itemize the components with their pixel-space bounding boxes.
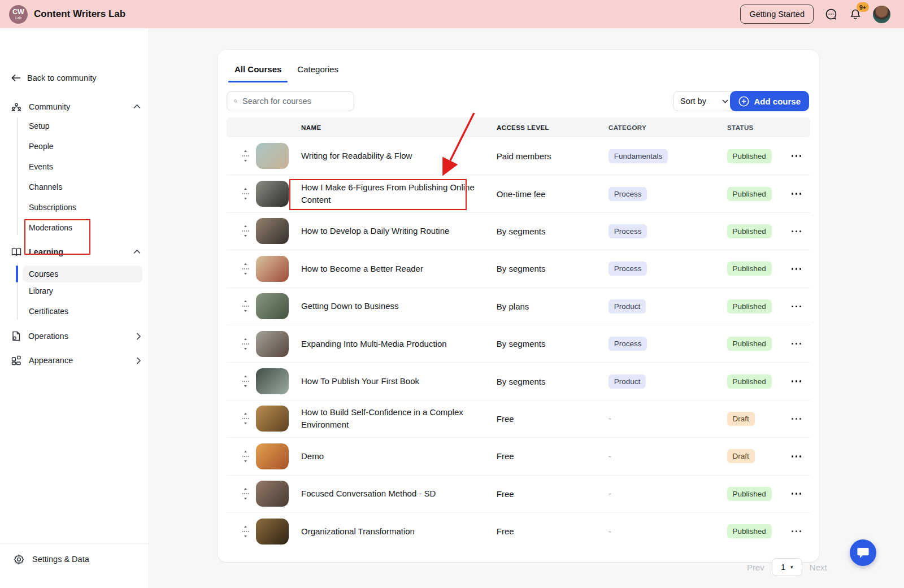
course-thumbnail[interactable]: [256, 293, 289, 319]
course-thumbnail[interactable]: [256, 443, 289, 469]
tab-categories[interactable]: Categories: [297, 64, 338, 77]
drag-handle[interactable]: [236, 150, 256, 162]
column-category: CATEGORY: [609, 124, 727, 131]
row-menu-button[interactable]: [790, 377, 803, 386]
course-row[interactable]: Organizational Transformation Free - Pub…: [227, 512, 810, 550]
category-empty: -: [609, 526, 611, 536]
row-menu-button[interactable]: [790, 452, 803, 461]
course-thumbnail[interactable]: [256, 519, 289, 545]
course-name[interactable]: Demo: [301, 450, 484, 463]
pagination-prev[interactable]: Prev: [747, 563, 764, 572]
sidebar-item-setup[interactable]: Setup: [29, 117, 50, 134]
getting-started-button[interactable]: Getting Started: [740, 5, 814, 24]
course-row[interactable]: Writing for Readability & Flow Paid memb…: [227, 137, 810, 175]
course-row[interactable]: Expanding Into Multi-Media Production By…: [227, 325, 810, 362]
course-name[interactable]: How to Become a Better Reader: [301, 263, 484, 275]
course-row[interactable]: How to Develop a Daily Writing Routine B…: [227, 212, 810, 250]
course-row[interactable]: How to Become a Better Reader By segment…: [227, 250, 810, 287]
course-row[interactable]: Getting Down to Business By plans Produc…: [227, 288, 810, 325]
row-menu-button[interactable]: [790, 227, 803, 236]
sidebar-item-courses[interactable]: Courses: [29, 265, 58, 282]
course-name[interactable]: Getting Down to Business: [301, 300, 484, 312]
pagination-page-select[interactable]: 1 ▾: [772, 558, 802, 576]
drag-handle[interactable]: [236, 412, 256, 425]
table-header: NAME ACCESS LEVEL CATEGORY STATUS: [227, 117, 810, 137]
access-level: Free: [497, 489, 609, 499]
sidebar-section-learning[interactable]: Learning: [11, 244, 141, 260]
course-name[interactable]: Writing for Readability & Flow: [301, 150, 484, 162]
user-avatar[interactable]: [873, 6, 890, 23]
course-thumbnail[interactable]: [256, 256, 289, 282]
sidebar-item-library[interactable]: Library: [29, 282, 53, 299]
community-logo[interactable]: CW Lab: [9, 5, 28, 24]
column-access-level: ACCESS LEVEL: [497, 124, 609, 131]
drag-handle[interactable]: [236, 338, 256, 350]
course-name[interactable]: Focused Conversation Method - SD: [301, 487, 484, 500]
status-cell: Published: [727, 187, 790, 201]
sidebar-item-subscriptions[interactable]: Subscriptions: [29, 199, 76, 216]
category-cell: Fundamentals: [609, 149, 727, 163]
access-level: By segments: [497, 377, 609, 386]
course-row[interactable]: How To Publish Your First Book By segmen…: [227, 362, 810, 399]
settings-and-data-link[interactable]: Settings & Data: [14, 551, 89, 568]
sidebar-section-operations[interactable]: Operations: [11, 328, 141, 344]
row-menu-button[interactable]: [790, 339, 803, 349]
course-thumbnail[interactable]: [256, 331, 289, 357]
sidebar-item-channels[interactable]: Channels: [29, 178, 62, 195]
back-to-community-link[interactable]: Back to community: [11, 73, 97, 82]
drag-handle[interactable]: [236, 300, 256, 312]
drag-handle[interactable]: [236, 450, 256, 463]
pagination-next[interactable]: Next: [810, 563, 827, 572]
drag-handle[interactable]: [236, 375, 256, 387]
row-menu-button[interactable]: [790, 489, 803, 498]
course-row[interactable]: Focused Conversation Method - SD Free - …: [227, 475, 810, 512]
course-row[interactable]: How to Build Self-Confidence in a Comple…: [227, 400, 810, 437]
row-menu-button[interactable]: [790, 415, 803, 424]
drag-handle[interactable]: [236, 225, 256, 237]
access-level: One-time fee: [497, 189, 609, 199]
course-name[interactable]: How I Make 6-Figures From Publishing Onl…: [301, 181, 484, 206]
notifications-button[interactable]: 9+: [849, 7, 862, 21]
sidebar-section-community[interactable]: Community: [11, 99, 141, 115]
course-name[interactable]: Organizational Transformation: [301, 525, 484, 538]
row-menu-button[interactable]: [790, 189, 803, 198]
course-name[interactable]: How to Build Self-Confidence in a Comple…: [301, 406, 484, 431]
chevron-up-icon: [133, 104, 141, 109]
sidebar-item-moderations[interactable]: Moderations: [29, 219, 72, 236]
course-thumbnail[interactable]: [256, 143, 289, 169]
course-name[interactable]: How to Develop a Daily Writing Routine: [301, 225, 484, 237]
status-badge: Draft: [727, 449, 755, 463]
course-thumbnail[interactable]: [256, 368, 289, 394]
top-bar: CW Lab Content Writers Lab Getting Start…: [0, 0, 904, 28]
status-badge: Published: [727, 224, 772, 238]
course-name[interactable]: How To Publish Your First Book: [301, 375, 484, 387]
drag-handle[interactable]: [236, 525, 256, 538]
sidebar-item-events[interactable]: Events: [29, 158, 53, 175]
course-thumbnail[interactable]: [256, 218, 289, 244]
row-menu-button[interactable]: [790, 527, 803, 536]
sidebar-section-appearance[interactable]: Appearance: [11, 352, 141, 368]
course-row[interactable]: Demo Free - Draft: [227, 437, 810, 474]
drag-handle[interactable]: [236, 263, 256, 275]
sidebar-item-certificates[interactable]: Certificates: [29, 303, 68, 320]
drag-handle[interactable]: [236, 487, 256, 500]
chat-launcher-button[interactable]: [850, 539, 876, 566]
row-menu-button[interactable]: [790, 264, 803, 273]
row-menu-button[interactable]: [790, 302, 803, 311]
messages-icon[interactable]: [824, 7, 838, 21]
drag-handle[interactable]: [236, 188, 256, 200]
course-name[interactable]: Expanding Into Multi-Media Production: [301, 338, 484, 350]
course-thumbnail[interactable]: [256, 181, 289, 207]
course-thumbnail[interactable]: [256, 406, 289, 432]
search-input[interactable]: [242, 97, 348, 106]
tab-all-courses[interactable]: All Courses: [234, 64, 281, 77]
community-title: Content Writers Lab: [34, 8, 125, 20]
course-thumbnail[interactable]: [256, 481, 289, 507]
course-row[interactable]: How I Make 6-Figures From Publishing Onl…: [227, 175, 810, 212]
sidebar-item-people[interactable]: People: [29, 138, 54, 155]
chevron-right-icon: [136, 357, 141, 364]
add-course-button[interactable]: Add course: [730, 91, 809, 111]
sort-by-select[interactable]: Sort by: [673, 91, 736, 111]
row-menu-button[interactable]: [790, 151, 803, 160]
status-badge: Published: [727, 187, 772, 201]
